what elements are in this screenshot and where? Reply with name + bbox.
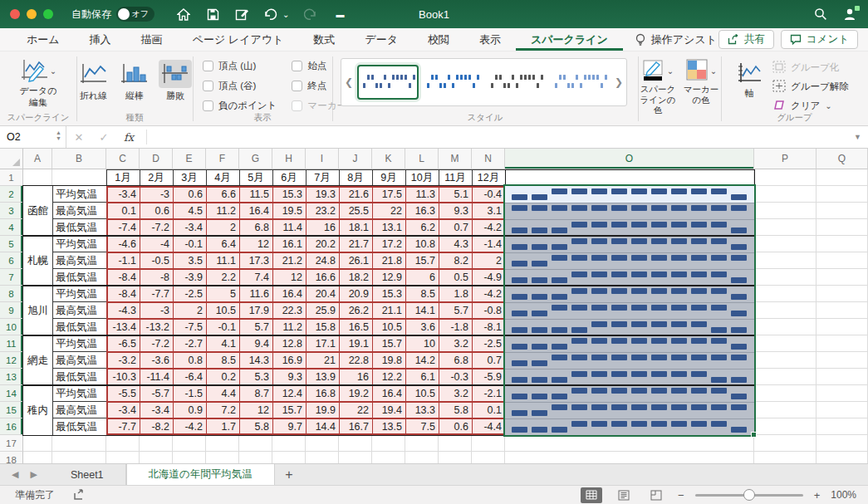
- cell-M14[interactable]: 3.2: [439, 385, 472, 402]
- cell-D15[interactable]: -3.4: [140, 402, 173, 418]
- cell-city-旭川[interactable]: 旭川: [23, 286, 52, 335]
- row-header-16[interactable]: 16: [0, 418, 23, 435]
- sparkline-cell-O8[interactable]: [505, 286, 754, 302]
- cell-I11[interactable]: 17.1: [306, 335, 339, 352]
- cell-N4[interactable]: -4.2: [472, 219, 505, 236]
- cell-C9[interactable]: -4.3: [106, 302, 140, 319]
- sparkline-cell-O3[interactable]: [505, 203, 754, 219]
- cell-D1[interactable]: 2月: [140, 169, 173, 186]
- sparkline-cell-O2[interactable]: [505, 186, 754, 203]
- cell-F16[interactable]: 1.7: [206, 418, 239, 435]
- cell-D4[interactable]: -7.2: [140, 219, 173, 236]
- cell-E6[interactable]: 3.5: [173, 252, 206, 269]
- column-header-N[interactable]: N: [472, 149, 505, 169]
- cell-K12[interactable]: 19.8: [372, 352, 405, 369]
- cell-D11[interactable]: -7.2: [140, 335, 173, 352]
- cell-E10[interactable]: -7.5: [173, 319, 206, 335]
- menu-tab-表示[interactable]: 表示: [464, 28, 516, 51]
- cell-I4[interactable]: 16: [306, 219, 339, 236]
- sparkline-style-option-2[interactable]: [421, 65, 483, 100]
- column-header-B[interactable]: B: [52, 149, 106, 169]
- sparkline-cell-O11[interactable]: [505, 335, 754, 352]
- cell-M2[interactable]: 5.1: [439, 186, 472, 203]
- cell-F15[interactable]: 7.2: [206, 402, 239, 418]
- cell-F7[interactable]: 2.2: [206, 269, 239, 286]
- cell-N12[interactable]: 0.7: [472, 352, 505, 369]
- column-header-Q[interactable]: Q: [817, 149, 868, 169]
- cell-M7[interactable]: 0.5: [439, 269, 472, 286]
- sheet-nav-right-icon[interactable]: ▶: [30, 469, 37, 480]
- share-button[interactable]: 共有: [718, 30, 774, 49]
- cell-M1[interactable]: 11月: [439, 169, 472, 186]
- menu-tab-挿入[interactable]: 挿入: [75, 28, 126, 51]
- cell-G13[interactable]: 5.3: [239, 369, 272, 385]
- cell-E2[interactable]: 0.6: [173, 186, 206, 203]
- cell-N8[interactable]: -4.2: [472, 286, 505, 302]
- cell-L4[interactable]: 6.2: [405, 219, 439, 236]
- undo-dropdown-icon[interactable]: ⌄: [282, 10, 289, 19]
- cell-H4[interactable]: 11.4: [272, 219, 306, 236]
- column-header-A[interactable]: A: [23, 149, 52, 169]
- cell-J10[interactable]: 16.5: [339, 319, 372, 335]
- cell-N10[interactable]: -8.1: [472, 319, 505, 335]
- add-sheet-button[interactable]: +: [275, 464, 303, 485]
- minimize-window-button[interactable]: [27, 9, 37, 19]
- zoom-in-icon[interactable]: +: [814, 489, 821, 502]
- cell-L13[interactable]: 6.1: [405, 369, 439, 385]
- cell-F4[interactable]: 2: [206, 219, 239, 236]
- cell-G8[interactable]: 11.6: [239, 286, 272, 302]
- maximize-window-button[interactable]: [43, 9, 53, 19]
- sparkline-cell-O6[interactable]: [505, 252, 754, 269]
- close-window-button[interactable]: [10, 9, 20, 19]
- sparkline-cell-O9[interactable]: [505, 302, 754, 319]
- row-header-8[interactable]: 8: [0, 286, 23, 302]
- cell-I13[interactable]: 13.9: [306, 369, 339, 385]
- cell-C15[interactable]: -3.4: [106, 402, 140, 418]
- cell-H7[interactable]: 12: [272, 269, 306, 286]
- column-header-D[interactable]: D: [140, 149, 173, 169]
- cell-G15[interactable]: 12: [239, 402, 272, 418]
- cell-K13[interactable]: 12.2: [372, 369, 405, 385]
- row-header-5[interactable]: 5: [0, 236, 23, 252]
- cell-J14[interactable]: 19.2: [339, 385, 372, 402]
- cell-E11[interactable]: -2.7: [173, 335, 206, 352]
- cell-C7[interactable]: -8.4: [106, 269, 140, 286]
- cell-B8[interactable]: 平均気温: [52, 286, 106, 302]
- sheet-tab-Sheet1[interactable]: Sheet1: [49, 464, 126, 485]
- column-header-J[interactable]: J: [339, 149, 372, 169]
- cell-C16[interactable]: -7.7: [106, 418, 140, 435]
- cell-M3[interactable]: 9.3: [439, 203, 472, 219]
- row-header-11[interactable]: 11: [0, 335, 23, 352]
- cell-F2[interactable]: 6.6: [206, 186, 239, 203]
- cell-D16[interactable]: -8.2: [140, 418, 173, 435]
- cell-E3[interactable]: 4.5: [173, 203, 206, 219]
- cell-I8[interactable]: 20.4: [306, 286, 339, 302]
- account-icon[interactable]: [843, 7, 858, 22]
- cell-L2[interactable]: 11.3: [405, 186, 439, 203]
- row-header-15[interactable]: 15: [0, 402, 23, 418]
- zoom-slider-thumb[interactable]: [743, 489, 755, 501]
- cell-B15[interactable]: 最高気温: [52, 402, 106, 418]
- cell-I14[interactable]: 16.8: [306, 385, 339, 402]
- cell-C13[interactable]: -10.3: [106, 369, 140, 385]
- cell-C2[interactable]: -3.4: [106, 186, 140, 203]
- home-icon[interactable]: [176, 7, 191, 22]
- column-header-F[interactable]: F: [206, 149, 239, 169]
- type-button-縦棒[interactable]: 縦棒: [117, 60, 151, 102]
- column-header-C[interactable]: C: [106, 149, 140, 169]
- cell-J2[interactable]: 21.6: [339, 186, 372, 203]
- cell-F8[interactable]: 5: [206, 286, 239, 302]
- sparkline-cell-O16[interactable]: [505, 418, 754, 435]
- sheet-nav-left-icon[interactable]: ◀: [12, 469, 18, 480]
- edit-data-button[interactable]: ⌄ データの編集: [9, 58, 67, 109]
- cell-C14[interactable]: -5.5: [106, 385, 140, 402]
- cell-J15[interactable]: 22: [339, 402, 372, 418]
- menu-tab-校閲[interactable]: 校閲: [413, 28, 464, 51]
- column-header-P[interactable]: P: [754, 149, 817, 169]
- column-header-H[interactable]: H: [272, 149, 306, 169]
- cell-K14[interactable]: 16.4: [372, 385, 405, 402]
- cell-J1[interactable]: 8月: [339, 169, 372, 186]
- normal-view-button[interactable]: [581, 487, 602, 503]
- cell-K11[interactable]: 15.7: [372, 335, 405, 352]
- cell-B5[interactable]: 平均気温: [52, 236, 106, 252]
